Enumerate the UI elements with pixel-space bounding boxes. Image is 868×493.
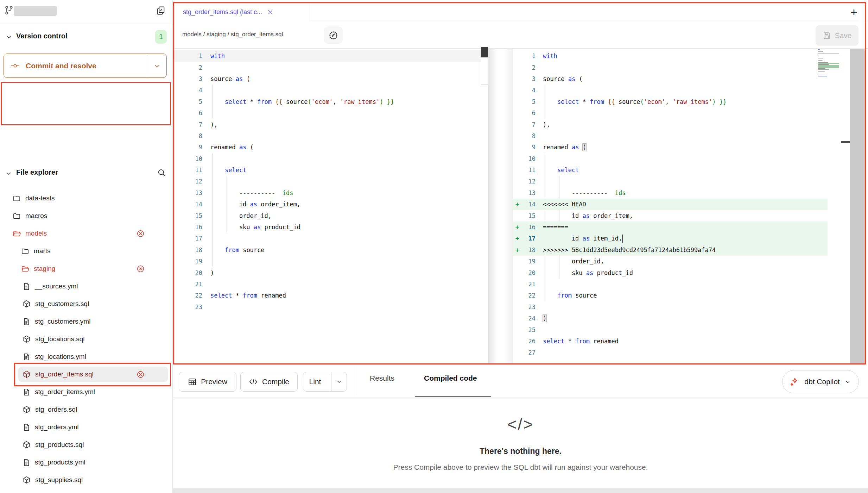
commit-dropdown-button[interactable] bbox=[147, 54, 166, 77]
code-line-2[interactable]: 2 bbox=[513, 62, 841, 73]
close-icon[interactable] bbox=[267, 9, 274, 15]
code-line-12[interactable]: 12 bbox=[173, 176, 481, 187]
code-line-18[interactable]: 18 from source bbox=[173, 244, 481, 256]
code-line-20[interactable]: 20) bbox=[173, 267, 481, 278]
horizontal-scrollbar[interactable] bbox=[173, 488, 868, 493]
file-row-staging[interactable]: staging bbox=[0, 260, 173, 277]
code-line-11[interactable]: 11 select bbox=[513, 164, 841, 176]
file-row-stg-products-sql[interactable]: stg_products.sql bbox=[0, 436, 173, 454]
code-line-2[interactable]: 2 bbox=[173, 62, 481, 73]
code-line-15[interactable]: 15 order_id, bbox=[173, 210, 481, 221]
file-explorer-header[interactable]: File explorer bbox=[16, 168, 58, 176]
tab-compiled-code[interactable]: Compiled code bbox=[424, 374, 477, 382]
save-button[interactable]: Save bbox=[816, 25, 859, 46]
file-row-stg-order-items-yml[interactable]: stg_order_items.yml bbox=[0, 383, 173, 401]
file-row-data-tests[interactable]: data-tests bbox=[0, 189, 173, 207]
file-row-stg-locations-sql[interactable]: stg_locations.sql bbox=[0, 330, 173, 348]
commit-and-resolve-button[interactable]: Commit and resolve bbox=[4, 54, 167, 78]
file-row-macros[interactable]: macros bbox=[0, 207, 173, 225]
code-line-24[interactable]: 24) bbox=[513, 313, 841, 324]
minimap[interactable] bbox=[818, 49, 840, 70]
lint-main[interactable]: Lint bbox=[303, 372, 327, 391]
file-row--sources-yml[interactable]: __sources.yml bbox=[0, 277, 173, 295]
code-line-6[interactable]: 6 bbox=[513, 107, 841, 119]
code-line-14[interactable]: +14<<<<<<< HEAD bbox=[513, 199, 841, 210]
tab-results[interactable]: Results bbox=[370, 374, 394, 382]
code-line-8[interactable]: 8 bbox=[513, 130, 841, 142]
code-line-27[interactable]: 27 bbox=[513, 347, 841, 358]
left-pane-scrollbar-thumb[interactable] bbox=[481, 47, 488, 57]
diff-left-pane[interactable]: 1with23source as (45 select * from {{ so… bbox=[173, 49, 481, 364]
file-row-stg-order-items-sql[interactable]: stg_order_items.sql bbox=[0, 366, 173, 383]
new-tab-button[interactable]: + bbox=[846, 4, 862, 20]
code-line-17[interactable]: +17 id as item_id, bbox=[513, 233, 841, 244]
code-line-12[interactable]: 12 bbox=[513, 176, 841, 187]
version-control-header[interactable]: Version control bbox=[16, 32, 68, 40]
code-line-13[interactable]: 13 ---------- ids bbox=[173, 187, 481, 199]
preview-button[interactable]: Preview bbox=[179, 372, 236, 392]
code-line-25[interactable]: 25 bbox=[513, 324, 841, 335]
code-line-5[interactable]: 5 select * from {{ source('ecom', 'raw_i… bbox=[513, 96, 841, 107]
code-line-16[interactable]: 16 sku as product_id bbox=[173, 221, 481, 233]
branch-name-placeholder[interactable] bbox=[14, 6, 57, 16]
code-line-7[interactable]: 7), bbox=[173, 119, 481, 130]
code-line-10[interactable]: 10 bbox=[173, 153, 481, 164]
file-row-marts[interactable]: marts bbox=[0, 242, 173, 260]
code-line-11[interactable]: 11 select bbox=[173, 164, 481, 176]
code-line-7[interactable]: 7), bbox=[513, 119, 841, 130]
code-line-26[interactable]: 26select * from renamed bbox=[513, 336, 841, 347]
file-row-stg-products-yml[interactable]: stg_products.yml bbox=[0, 454, 173, 471]
code-line-4[interactable]: 4 bbox=[173, 85, 481, 96]
discard-change-icon[interactable] bbox=[137, 104, 145, 112]
code-line-3[interactable]: 3source as ( bbox=[173, 73, 481, 85]
code-line-19[interactable]: 19 bbox=[173, 256, 481, 267]
dbt-copilot-button[interactable]: dbt Copilot bbox=[782, 370, 859, 393]
code-line-4[interactable]: 4 bbox=[513, 85, 841, 96]
copy-icon[interactable] bbox=[156, 5, 166, 16]
code-line-1[interactable]: 1with bbox=[513, 50, 841, 62]
search-icon[interactable] bbox=[157, 168, 166, 177]
discard-change-icon[interactable] bbox=[137, 370, 145, 379]
file-row-stg-supplies-sql[interactable]: stg_supplies.sql bbox=[0, 471, 173, 489]
code-line-20[interactable]: 20 sku as product_id bbox=[513, 267, 841, 278]
code-line-13[interactable]: 13 ---------- ids bbox=[513, 187, 841, 199]
chevron-down-icon[interactable] bbox=[5, 33, 12, 40]
compile-button[interactable]: Compile bbox=[240, 372, 298, 392]
code-line-9[interactable]: 9renamed as ( bbox=[513, 142, 841, 153]
commit-and-resolve-main[interactable]: Commit and resolve bbox=[4, 54, 147, 77]
code-line-21[interactable]: 21 bbox=[173, 279, 481, 290]
changed-file-row[interactable]: stg_order_items.sql bbox=[3, 100, 167, 115]
code-line-9[interactable]: 9renamed as ( bbox=[173, 142, 481, 153]
diff-right-pane[interactable]: 1with23source as (45 select * from {{ so… bbox=[513, 49, 841, 364]
file-row-stg-customers-sql[interactable]: stg_customers.sql bbox=[0, 295, 173, 313]
code-line-21[interactable]: 21 bbox=[513, 279, 841, 290]
file-row-stg-orders-sql[interactable]: stg_orders.sql bbox=[0, 401, 173, 418]
file-row-models[interactable]: models bbox=[0, 225, 173, 242]
code-line-14[interactable]: 14 id as order_item, bbox=[173, 199, 481, 210]
file-row-stg-orders-yml[interactable]: stg_orders.yml bbox=[0, 418, 173, 436]
code-line-18[interactable]: +18>>>>>>> 58c1dd23d5eebd9cd2495fa7124ab… bbox=[513, 244, 841, 256]
lineage-button[interactable] bbox=[324, 26, 343, 44]
discard-change-icon[interactable] bbox=[137, 265, 145, 273]
code-line-23[interactable]: 23 bbox=[173, 301, 481, 313]
code-line-5[interactable]: 5 select * from {{ source('ecom', 'raw_i… bbox=[173, 96, 481, 107]
code-line-16[interactable]: +16======= bbox=[513, 221, 841, 233]
code-line-1[interactable]: 1with bbox=[173, 50, 481, 62]
tab-stg-order-items[interactable]: stg_order_items.sql (last c... bbox=[173, 2, 310, 22]
code-line-3[interactable]: 3source as ( bbox=[513, 73, 841, 85]
code-line-15[interactable]: 15 id as order_item, bbox=[513, 210, 841, 221]
code-line-23[interactable]: 23 bbox=[513, 301, 841, 313]
code-line-19[interactable]: 19 order_id, bbox=[513, 256, 841, 267]
code-line-22[interactable]: 22 from source bbox=[513, 290, 841, 301]
discard-change-icon[interactable] bbox=[137, 230, 145, 238]
code-line-22[interactable]: 22select * from renamed bbox=[173, 290, 481, 301]
code-line-8[interactable]: 8 bbox=[173, 130, 481, 142]
code-line-10[interactable]: 10 bbox=[513, 153, 841, 164]
lint-button[interactable]: Lint bbox=[303, 372, 347, 392]
editor-right-gutter[interactable] bbox=[850, 49, 865, 364]
right-pane-scrollbar-thumb[interactable] bbox=[841, 141, 850, 143]
lint-dropdown-button[interactable] bbox=[331, 372, 347, 391]
code-line-17[interactable]: 17 bbox=[173, 233, 481, 244]
code-line-6[interactable]: 6 bbox=[173, 107, 481, 119]
chevron-down-icon[interactable] bbox=[5, 170, 12, 177]
